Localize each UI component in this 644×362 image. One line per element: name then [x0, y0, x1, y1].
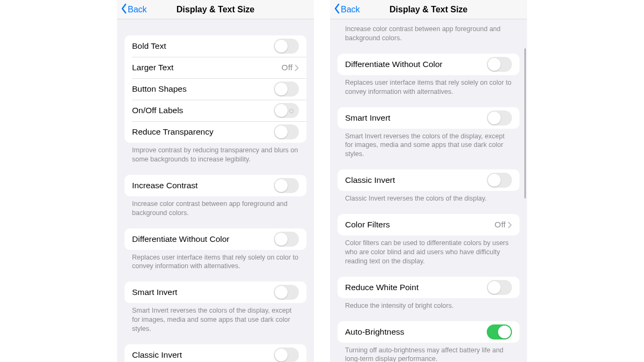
- larger-text-row[interactable]: Larger Text Off: [125, 57, 306, 78]
- settings-panel-left: Back Display & Text Size Bold Text Large…: [117, 0, 314, 362]
- settings-group: Differentiate Without Color: [125, 228, 306, 250]
- row-value: Off: [495, 220, 506, 230]
- settings-group: Increase Contrast: [125, 175, 306, 196]
- chevron-left-icon: [333, 3, 341, 16]
- row-label: Reduce White Point: [345, 283, 487, 292]
- nav-header: Back Display & Text Size: [330, 0, 527, 19]
- row-label: Button Shapes: [132, 84, 274, 94]
- scrollbar[interactable]: [524, 48, 526, 198]
- group-footer: Color filters can be used to differentia…: [345, 239, 512, 266]
- row-label: Classic Invert: [132, 350, 274, 360]
- group-footer: Turning off auto-brightness may affect b…: [345, 346, 512, 363]
- back-label: Back: [341, 5, 360, 14]
- settings-group: Classic Invert: [338, 169, 519, 191]
- diff-without-color-toggle[interactable]: [487, 57, 512, 72]
- bold-text-row[interactable]: Bold Text: [125, 35, 306, 57]
- row-label: Increase Contrast: [132, 181, 274, 190]
- group-footer: Increase color contrast between app fore…: [132, 200, 299, 218]
- chevron-right-icon: [295, 64, 299, 71]
- classic-invert-row[interactable]: Classic Invert: [338, 169, 519, 191]
- chevron-right-icon: [508, 221, 512, 228]
- button-shapes-row[interactable]: Button Shapes: [125, 78, 306, 100]
- onoff-labels-row[interactable]: On/Off Labels: [125, 100, 306, 121]
- group-footer: Reduce the intensity of bright colors.: [345, 301, 512, 311]
- back-button[interactable]: Back: [117, 3, 147, 16]
- reduce-transparency-row[interactable]: Reduce Transparency: [125, 121, 306, 143]
- group-footer: Smart Invert reverses the colors of the …: [132, 306, 299, 334]
- classic-invert-row[interactable]: Classic Invert: [125, 344, 306, 362]
- row-label: Color Filters: [345, 220, 495, 230]
- diff-without-color-row[interactable]: Differentiate Without Color: [338, 54, 519, 75]
- settings-content: Increase color contrast between app fore…: [330, 19, 527, 362]
- back-button[interactable]: Back: [330, 3, 360, 16]
- row-label: Classic Invert: [345, 175, 487, 185]
- settings-panel-right: Back Display & Text Size Increase color …: [330, 0, 527, 362]
- row-label: Reduce Transparency: [132, 127, 274, 137]
- reduce-transparency-toggle[interactable]: [274, 124, 299, 139]
- row-label: Differentiate Without Color: [345, 60, 487, 69]
- back-label: Back: [128, 5, 147, 14]
- settings-group: Differentiate Without Color: [338, 54, 519, 75]
- onoff-labels-toggle[interactable]: [274, 103, 299, 118]
- group-footer: Classic Invert reverses the colors of th…: [345, 194, 512, 203]
- bold-text-toggle[interactable]: [274, 39, 299, 54]
- smart-invert-toggle[interactable]: [487, 110, 512, 125]
- color-filters-row[interactable]: Color Filters Off: [338, 214, 519, 235]
- row-label: Bold Text: [132, 41, 274, 51]
- classic-invert-toggle[interactable]: [274, 348, 299, 362]
- nav-header: Back Display & Text Size: [117, 0, 314, 19]
- auto-brightness-row[interactable]: Auto-Brightness: [338, 321, 519, 343]
- group-footer: Replaces user interface items that rely …: [345, 78, 512, 97]
- button-shapes-toggle[interactable]: [274, 82, 299, 97]
- row-label: Smart Invert: [345, 113, 487, 123]
- classic-invert-toggle[interactable]: [487, 173, 512, 188]
- row-label: Smart Invert: [132, 287, 274, 297]
- reduce-white-point-toggle[interactable]: [487, 280, 512, 295]
- row-label: Larger Text: [132, 63, 282, 72]
- group-footer: Improve contrast by reducing transparenc…: [132, 146, 299, 164]
- settings-group: Auto-Brightness: [338, 321, 519, 343]
- increase-contrast-toggle[interactable]: [274, 178, 299, 193]
- settings-group: Color Filters Off: [338, 214, 519, 235]
- group-footer: Increase color contrast between app fore…: [345, 25, 512, 43]
- row-label: On/Off Labels: [132, 106, 274, 115]
- chevron-left-icon: [120, 3, 128, 16]
- group-footer: Smart Invert reverses the colors of the …: [345, 132, 512, 159]
- row-label: Auto-Brightness: [345, 327, 487, 337]
- diff-without-color-row[interactable]: Differentiate Without Color: [125, 228, 306, 250]
- settings-content: Bold Text Larger Text Off Button Shapes …: [117, 19, 314, 362]
- settings-group: Reduce White Point: [338, 277, 519, 298]
- group-footer: Replaces user interface items that rely …: [132, 253, 299, 271]
- settings-group: Smart Invert: [125, 282, 306, 303]
- smart-invert-row[interactable]: Smart Invert: [125, 282, 306, 303]
- row-label: Differentiate Without Color: [132, 234, 274, 244]
- auto-brightness-toggle[interactable]: [487, 324, 512, 339]
- smart-invert-row[interactable]: Smart Invert: [338, 107, 519, 129]
- reduce-white-point-row[interactable]: Reduce White Point: [338, 277, 519, 298]
- settings-group: Classic Invert: [125, 344, 306, 362]
- diff-without-color-toggle[interactable]: [274, 232, 299, 247]
- smart-invert-toggle[interactable]: [274, 285, 299, 300]
- settings-group: Bold Text Larger Text Off Button Shapes …: [125, 35, 306, 143]
- settings-group: Smart Invert: [338, 107, 519, 129]
- increase-contrast-row[interactable]: Increase Contrast: [125, 175, 306, 196]
- row-value: Off: [282, 63, 292, 72]
